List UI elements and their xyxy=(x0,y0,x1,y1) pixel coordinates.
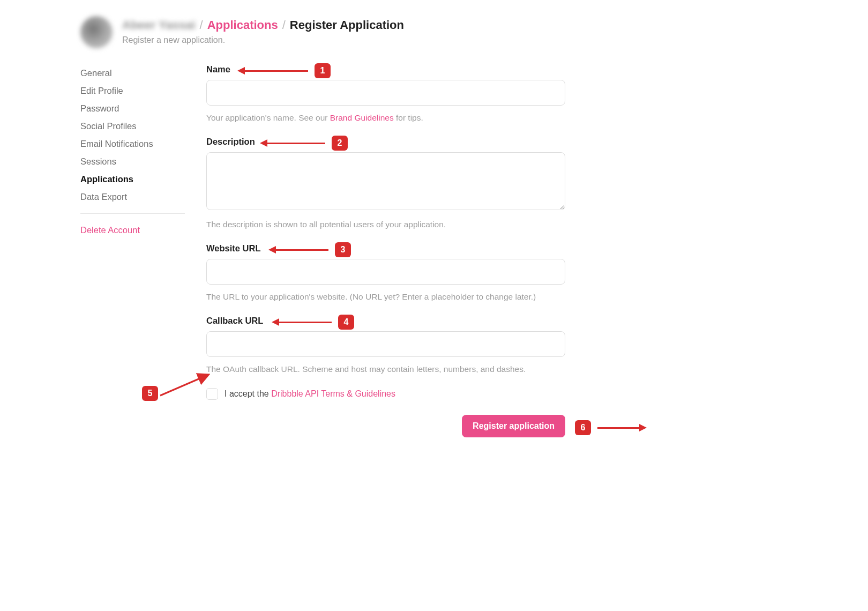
breadcrumb: Abeer Yassai / Applications / Register A… xyxy=(122,18,404,32)
terms-row: 5 I accept the Dribbble API Terms & Guid… xyxy=(206,388,565,400)
name-hint: Your application's name. See our Brand G… xyxy=(206,113,565,123)
page-subtitle: Register a new application. xyxy=(122,35,404,45)
sidebar-item-email-notifications[interactable]: Email Notifications xyxy=(80,135,185,153)
callback-url-input[interactable] xyxy=(206,331,565,357)
breadcrumb-separator: / xyxy=(282,18,286,32)
breadcrumb-user[interactable]: Abeer Yassai xyxy=(122,18,196,32)
sidebar-item-data-export[interactable]: Data Export xyxy=(80,188,185,206)
description-hint: The description is shown to all potentia… xyxy=(206,220,565,229)
register-application-button[interactable]: Register application xyxy=(462,415,565,437)
description-input[interactable] xyxy=(206,152,565,210)
website-url-hint: The URL to your application's website. (… xyxy=(206,292,565,302)
avatar[interactable] xyxy=(80,16,113,48)
brand-guidelines-link[interactable]: Brand Guidelines xyxy=(330,113,394,122)
sidebar-item-edit-profile[interactable]: Edit Profile xyxy=(80,82,185,100)
website-url-input[interactable] xyxy=(206,259,565,285)
sidebar-divider xyxy=(80,213,185,214)
annotation-1: 1 xyxy=(244,63,331,78)
annotation-6: 6 xyxy=(575,420,640,435)
name-label: Name xyxy=(206,64,230,74)
annotation-4: 4 xyxy=(278,315,354,330)
breadcrumb-applications-link[interactable]: Applications xyxy=(207,18,278,32)
field-name: Name 1 Your application's name. See our … xyxy=(206,64,565,123)
sidebar-item-general[interactable]: General xyxy=(80,64,185,82)
field-callback-url: Callback URL 4 The OAuth callback URL. S… xyxy=(206,316,565,374)
terms-checkbox[interactable] xyxy=(206,388,218,400)
callback-url-hint: The OAuth callback URL. Scheme and host … xyxy=(206,364,565,374)
sidebar-item-password[interactable]: Password xyxy=(80,100,185,117)
annotation-5: 5 xyxy=(142,369,212,401)
terms-link[interactable]: Dribbble API Terms & Guidelines xyxy=(271,389,395,398)
main-form: Name 1 Your application's name. See our … xyxy=(206,64,565,437)
field-website-url: Website URL 3 The URL to your applicatio… xyxy=(206,243,565,302)
annotation-2: 2 xyxy=(266,136,348,151)
name-input[interactable] xyxy=(206,80,565,106)
page-header: Abeer Yassai / Applications / Register A… xyxy=(80,16,788,48)
annotation-3: 3 xyxy=(275,242,351,257)
breadcrumb-separator: / xyxy=(200,18,203,32)
breadcrumb-current: Register Application xyxy=(290,18,404,32)
sidebar-item-delete-account[interactable]: Delete Account xyxy=(80,221,185,239)
description-label: Description xyxy=(206,137,255,147)
field-description: Description 2 The description is shown t… xyxy=(206,137,565,229)
sidebar-item-social-profiles[interactable]: Social Profiles xyxy=(80,117,185,135)
sidebar: General Edit Profile Password Social Pro… xyxy=(80,64,185,239)
submit-row: Register application 6 xyxy=(206,415,565,437)
svg-line-0 xyxy=(160,375,207,396)
callback-url-label: Callback URL xyxy=(206,316,263,326)
sidebar-item-applications[interactable]: Applications xyxy=(80,170,185,188)
website-url-label: Website URL xyxy=(206,243,260,254)
terms-label: I accept the Dribbble API Terms & Guidel… xyxy=(225,389,395,399)
sidebar-item-sessions[interactable]: Sessions xyxy=(80,153,185,170)
